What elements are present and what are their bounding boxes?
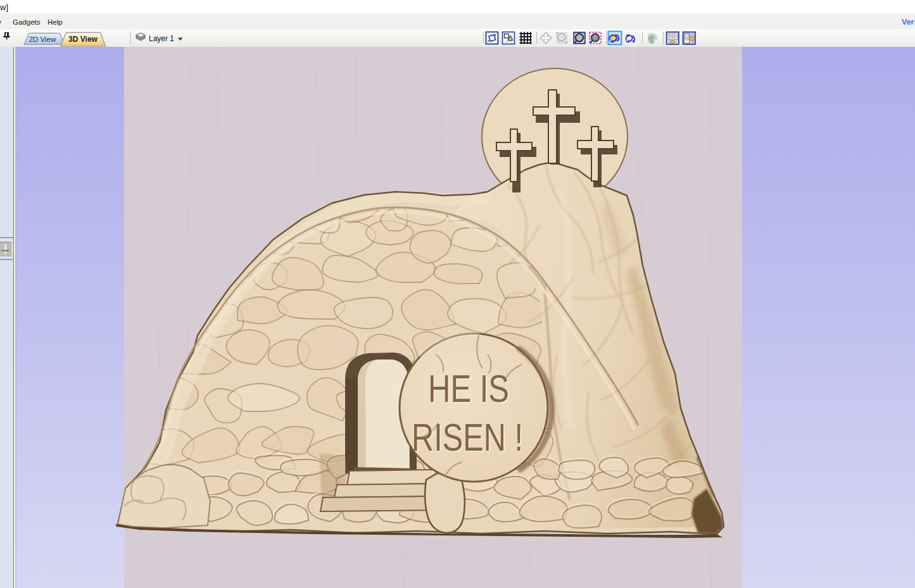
svg-text:2D View: 2D View xyxy=(29,35,56,43)
svg-text:HE IS: HE IS xyxy=(428,367,509,410)
svg-text:Layer 1: Layer 1 xyxy=(149,34,174,43)
svg-text:RISEN !: RISEN ! xyxy=(412,416,523,459)
svg-text:3D View: 3D View xyxy=(68,35,98,44)
